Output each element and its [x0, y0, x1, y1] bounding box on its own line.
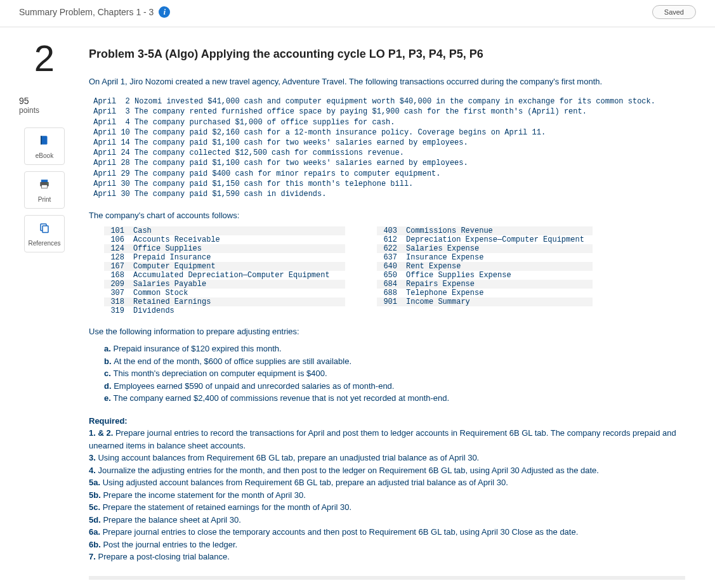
required-item-label: 7.: [89, 552, 98, 561]
coa-row: 688Telephone Expense: [377, 289, 593, 297]
required-item-text: Using adjusted account balances from Req…: [103, 478, 508, 487]
required-item-label: 5b.: [89, 490, 103, 500]
coa-row: 209Salaries Payable: [104, 280, 345, 289]
required-header: Required:: [89, 415, 685, 428]
required-item-text: Using account balances from Requirement …: [98, 453, 479, 462]
coa-account-number: 319: [107, 306, 124, 315]
required-item-text: Prepare the income statement for the mon…: [103, 490, 305, 500]
coa-account-name: Office Supplies Expense: [406, 271, 511, 280]
coa-account-number: 684: [379, 280, 397, 289]
required-item: 5a. Using adjusted account balances from…: [89, 476, 685, 489]
required-item-text: Journalize the adjusting entries for the…: [98, 466, 598, 475]
coa-row: 124Office Supplies: [104, 244, 345, 253]
coa-account-name: Accumulated Depreciation—Computer Equipm…: [133, 271, 330, 280]
coa-account-number: 612: [379, 235, 397, 244]
required-item-text: Prepare journal entries to record the tr…: [89, 428, 676, 450]
coa-right-col: 403Commissions Revenue612Depreciation Ex…: [377, 226, 593, 315]
coa-account-name: Office Supplies: [133, 244, 202, 253]
coa-account-name: Dividends: [133, 306, 174, 315]
adjusting-item: b. At the end of the month, $600 of offi…: [104, 355, 685, 368]
printer-icon: [39, 178, 50, 192]
coa-row: 650Office Supplies Expense: [377, 271, 593, 280]
required-block: Required: 1. & 2. Prepare journal entrie…: [89, 415, 685, 563]
print-label: Print: [38, 196, 51, 203]
coa-row: 684Repairs Expense: [377, 280, 593, 289]
saved-status: Saved: [652, 5, 696, 19]
adjusting-item: c. This month's depreciation on computer…: [104, 367, 685, 380]
required-item: 3. Using account balances from Requireme…: [89, 452, 685, 464]
adjusting-item-label: b.: [104, 356, 114, 366]
required-item: 5d. Prepare the balance sheet at April 3…: [89, 514, 685, 526]
required-item-label: 5c.: [89, 502, 103, 512]
required-item-label: 3.: [89, 453, 98, 462]
coa-account-name: Accounts Receivable: [133, 235, 220, 244]
required-item: 5b. Prepare the income statement for the…: [89, 489, 685, 502]
required-item-text: Post the journal entries to the ledger.: [103, 540, 237, 549]
coa-row: 128Prepaid Insurance: [104, 253, 345, 262]
coa-row: 901Income Summary: [377, 297, 593, 306]
coa-row: 318Retained Earnings: [104, 297, 345, 306]
adjusting-item-text: Prepaid insurance of $120 expired this m…: [113, 344, 281, 353]
required-item: 6b. Post the journal entries to the ledg…: [89, 539, 685, 551]
coa-account-number: 637: [379, 253, 397, 262]
coa-account-name: Salaries Expense: [406, 244, 479, 253]
coa-account-number: 307: [107, 289, 124, 297]
coa-row: 167Computer Equipment: [104, 262, 345, 271]
coa-row: 403Commissions Revenue: [377, 226, 593, 235]
breadcrumb: Summary Problem, Chapters 1 - 3: [19, 7, 154, 17]
copy-icon: [39, 222, 50, 236]
required-item-text: Prepare journal entries to close the tem…: [103, 527, 579, 537]
required-item: 1. & 2. Prepare journal entries to recor…: [89, 427, 685, 452]
required-item: 6a. Prepare journal entries to close the…: [89, 526, 685, 539]
coa-account-number: 167: [107, 262, 124, 271]
coa-row: 307Common Stock: [104, 289, 345, 297]
ebook-label: eBook: [36, 152, 53, 159]
coa-account-number: 128: [107, 253, 124, 262]
breadcrumb-wrap: Summary Problem, Chapters 1 - 3 i: [19, 6, 170, 18]
chart-of-accounts: 101Cash106Accounts Receivable124Office S…: [104, 226, 685, 315]
left-column: 2 95 points eBook Print References: [19, 40, 70, 580]
adjusting-item: a. Prepaid insurance of $120 expired thi…: [104, 343, 685, 355]
adjusting-item-text: Employees earned $590 of unpaid and unre…: [114, 381, 394, 391]
required-item: 7. Prepare a post-closing trial balance.: [89, 551, 685, 563]
adjusting-item: e. The company earned $2,400 of commissi…: [104, 392, 685, 405]
book-icon: [39, 134, 50, 148]
question-number: 2: [34, 40, 55, 77]
coa-row: 168Accumulated Depreciation—Computer Equ…: [104, 271, 345, 280]
coa-account-number: 106: [107, 235, 124, 244]
coa-account-number: 403: [379, 226, 397, 235]
coa-account-number: 650: [379, 271, 397, 280]
references-button[interactable]: References: [24, 215, 65, 252]
coa-account-number: 318: [107, 297, 124, 306]
required-item-label: 5a.: [89, 478, 103, 487]
transactions-block: April 2 Nozomi invested $41,000 cash and…: [89, 96, 685, 199]
required-item-text: Prepare the balance sheet at April 30.: [103, 515, 241, 525]
adjusting-item-text: This month's depreciation on computer eq…: [113, 369, 327, 378]
coa-account-name: Income Summary: [406, 297, 470, 306]
coa-row: 319Dividends: [104, 306, 345, 315]
intro-text: On April 1, Jiro Nozomi created a new tr…: [89, 76, 685, 88]
required-item-text: Prepare the statement of retained earnin…: [103, 502, 351, 512]
adjusting-item-label: a.: [104, 344, 113, 353]
svg-point-3: [47, 183, 48, 185]
coa-account-name: Depreciation Expense—Computer Equipment: [406, 235, 584, 244]
coa-left-col: 101Cash106Accounts Receivable124Office S…: [104, 226, 345, 315]
required-list: 1. & 2. Prepare journal entries to recor…: [89, 427, 685, 563]
coa-account-number: 168: [107, 271, 124, 280]
info-icon[interactable]: i: [159, 6, 170, 18]
required-item-label: 6b.: [89, 540, 103, 549]
coa-row: 106Accounts Receivable: [104, 235, 345, 244]
coa-label: The company's chart of accounts follows:: [89, 211, 685, 220]
ebook-button[interactable]: eBook: [24, 127, 65, 165]
coa-row: 612Depreciation Expense—Computer Equipme…: [377, 235, 593, 244]
svg-rect-5: [43, 226, 48, 233]
coa-account-number: 622: [379, 244, 397, 253]
points-label: points: [19, 106, 70, 115]
coa-account-name: Prepaid Insurance: [133, 253, 211, 262]
adjusting-item: d. Employees earned $590 of unpaid and u…: [104, 380, 685, 393]
required-item: 5c. Prepare the statement of retained ea…: [89, 501, 685, 514]
required-item-label: 1. & 2.: [89, 428, 115, 438]
points-block: 95 points: [19, 96, 70, 115]
print-button[interactable]: Print: [24, 171, 65, 209]
coa-row: 101Cash: [104, 226, 345, 235]
